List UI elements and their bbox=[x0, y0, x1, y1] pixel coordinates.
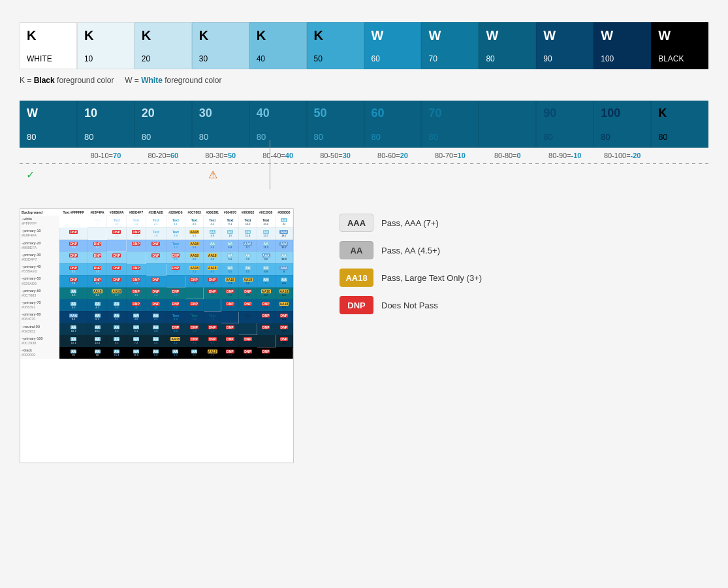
legend-item: AA Pass, AA (4.5+) bbox=[340, 241, 482, 259]
swatch-shade: 20 bbox=[142, 54, 185, 63]
combo-swatch: 30 80 bbox=[192, 101, 249, 148]
combo-top: K bbox=[658, 106, 701, 120]
combo-swatch: W 80 bbox=[20, 101, 77, 148]
combo-top: 90 bbox=[543, 106, 586, 120]
combo-bottom: 80 bbox=[314, 132, 357, 142]
color-swatch: W 90 bbox=[536, 22, 593, 69]
combo-bottom: 80 bbox=[257, 132, 300, 142]
combo-bottom: 80 bbox=[428, 132, 471, 142]
combo-label bbox=[20, 150, 77, 161]
swatch-letter: W bbox=[601, 28, 644, 43]
swatch-shade: 70 bbox=[428, 54, 471, 63]
color-swatch: W 80 bbox=[479, 22, 536, 69]
legend-w-text: W = White foreground color bbox=[125, 76, 221, 85]
legend-badge: AA bbox=[340, 241, 373, 259]
swatch-shade: 80 bbox=[486, 54, 529, 63]
swatch-shade: 50 bbox=[314, 54, 357, 63]
swatch-letter: W bbox=[372, 28, 415, 43]
section-other-combinations: W 80 10 80 20 80 30 80 40 80 50 80 60 80… bbox=[20, 101, 708, 181]
combo-top: 60 bbox=[372, 106, 415, 120]
color-swatch: K 30 bbox=[192, 22, 249, 69]
combo-label: 80-10=70 bbox=[77, 150, 135, 161]
check-icon: ✓ bbox=[26, 169, 35, 181]
swatch-letter: K bbox=[314, 28, 357, 43]
palette-grid: BackgroundText #FFFFFF#E8F4FA#88BEFA#8DD… bbox=[20, 208, 294, 463]
legend-badge: DNP bbox=[340, 296, 373, 314]
combo-labels-row: 80-10=7080-20=6080-30=5080-40=4080-50=30… bbox=[20, 150, 708, 161]
combo-top: 50 bbox=[314, 106, 357, 120]
combo-label: 80-40=40 bbox=[249, 150, 307, 161]
swatch-letter: K bbox=[142, 28, 185, 43]
combo-label: 80-80=0 bbox=[479, 150, 536, 161]
combo-swatch: 40 80 bbox=[249, 101, 307, 148]
swatch-letter: K bbox=[257, 28, 300, 43]
combo-bottom: 80 bbox=[27, 132, 70, 142]
combo-bottom: 80 bbox=[84, 132, 127, 142]
swatch-shade: 10 bbox=[84, 54, 127, 63]
legend-item: AAA Pass, AAA (7+) bbox=[340, 214, 482, 232]
color-swatch: W 70 bbox=[421, 22, 479, 69]
combo-swatch: 100 80 bbox=[593, 101, 651, 148]
swatch-shade: WHITE bbox=[27, 54, 70, 63]
legend-section: AAA Pass, AAA (7+) AA Pass, AA (4.5+) AA… bbox=[340, 201, 482, 314]
swatch-shade: 40 bbox=[257, 54, 300, 63]
combo-self: 80 bbox=[486, 106, 529, 116]
legend-bw: K = Black foreground color W = White for… bbox=[20, 76, 708, 85]
palette-wrapper: BackgroundText #FFFFFF#E8F4FA#88BEFA#8DD… bbox=[20, 201, 313, 463]
combo-top: 10 bbox=[84, 106, 127, 120]
combo-swatch: 20 80 bbox=[135, 101, 192, 148]
combo-swatch: 10 80 bbox=[77, 101, 135, 148]
not-accessible-indicator: ⚠ bbox=[208, 169, 221, 181]
combo-top: 40 bbox=[257, 106, 300, 120]
swatch-letter: W bbox=[543, 28, 586, 43]
combo-label: 80-60=20 bbox=[364, 150, 422, 161]
legend-k-text: K = Black foreground color bbox=[20, 76, 114, 85]
swatch-shade: 100 bbox=[601, 54, 644, 63]
combo-swatch: 60 80 bbox=[364, 101, 422, 148]
combo-label bbox=[651, 150, 708, 161]
legend-item: AA18 Pass, Large Text Only (3+) bbox=[340, 269, 482, 287]
warning-icon: ⚠ bbox=[208, 169, 217, 181]
swatch-shade: 30 bbox=[199, 54, 242, 63]
combo-bottom: 80 bbox=[199, 132, 242, 142]
legend-desc: Pass, AAA (7+) bbox=[381, 218, 439, 228]
combo-bottom: 80 bbox=[543, 132, 586, 142]
legend-badge: AA18 bbox=[340, 269, 373, 287]
section-palette-mapping: BackgroundText #FFFFFF#E8F4FA#88BEFA#8DD… bbox=[20, 201, 708, 463]
combo-bottom: 80 bbox=[658, 132, 701, 142]
color-swatch: K WHITE bbox=[20, 22, 77, 69]
combo-label: 80-30=50 bbox=[192, 150, 249, 161]
color-swatch: W 60 bbox=[364, 22, 422, 69]
combo-swatch: 70 80 bbox=[421, 101, 479, 148]
combo-swatch: 80 bbox=[479, 101, 536, 148]
swatch-letter: W bbox=[486, 28, 529, 43]
color-swatches-row: K WHITE K 10 K 20 K 30 K 40 K 50 W 60 W … bbox=[20, 22, 708, 69]
swatch-letter: W bbox=[428, 28, 471, 43]
color-swatch: K 20 bbox=[135, 22, 192, 69]
combo-swatches-row: W 80 10 80 20 80 30 80 40 80 50 80 60 80… bbox=[20, 101, 708, 148]
combo-top: 100 bbox=[601, 106, 644, 120]
combo-label: 80-100=-20 bbox=[593, 150, 651, 161]
combo-label: 80-90=-10 bbox=[536, 150, 593, 161]
color-swatch: K 50 bbox=[307, 22, 364, 69]
combo-bottom: 80 bbox=[372, 132, 415, 142]
legend-desc: Pass, Large Text Only (3+) bbox=[381, 273, 482, 283]
legend-desc: Does Not Pass bbox=[381, 301, 438, 310]
combo-swatch: 90 80 bbox=[536, 101, 593, 148]
accessible-indicator: ✓ bbox=[26, 169, 39, 181]
color-swatch: W BLACK bbox=[651, 22, 708, 69]
legend-desc: Pass, AA (4.5+) bbox=[381, 246, 440, 255]
section-accessible-bw: K WHITE K 10 K 20 K 30 K 40 K 50 W 60 W … bbox=[20, 22, 708, 85]
legend-badge: AAA bbox=[340, 214, 373, 232]
swatch-letter: W bbox=[658, 28, 701, 43]
combo-bottom: 80 bbox=[601, 132, 644, 142]
swatch-letter: K bbox=[27, 28, 70, 43]
legend-item: DNP Does Not Pass bbox=[340, 296, 482, 314]
combo-top: 20 bbox=[142, 106, 185, 120]
swatch-shade: 90 bbox=[543, 54, 586, 63]
combo-label: 80-20=60 bbox=[135, 150, 192, 161]
swatch-shade: BLACK bbox=[658, 54, 701, 63]
combo-swatch: 50 80 bbox=[307, 101, 364, 148]
combo-label: 80-50=30 bbox=[307, 150, 364, 161]
combo-label: 80-70=10 bbox=[421, 150, 479, 161]
